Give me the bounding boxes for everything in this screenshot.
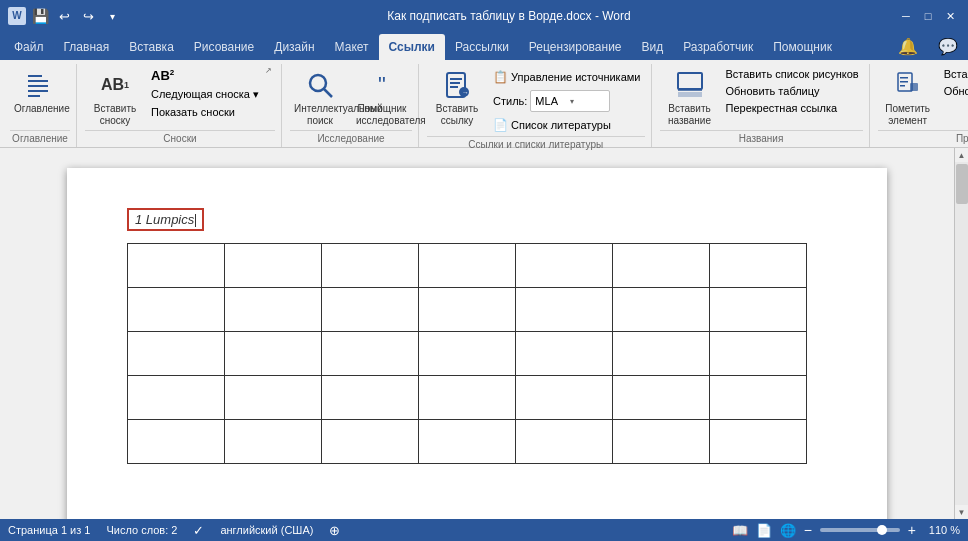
table-cell[interactable] <box>419 288 516 332</box>
style-dropdown[interactable]: MLA ▾ <box>530 90 610 112</box>
table-cell[interactable] <box>128 244 225 288</box>
ribbon-group-research: Интеллектуальный поиск " Помощник исслед… <box>284 64 419 147</box>
zoom-level[interactable]: 110 % <box>924 524 960 536</box>
insert-endnote-button[interactable]: AB2 <box>147 66 263 85</box>
insert-footnote-button[interactable]: AB1 Вставить сноску <box>85 66 145 130</box>
group-research-label: Исследование <box>290 130 412 147</box>
redo-button[interactable]: ↪ <box>78 6 98 26</box>
web-layout-icon[interactable]: 🌐 <box>780 523 796 538</box>
mark-entry-button[interactable]: Пометить элемент <box>878 66 938 130</box>
scroll-up-button[interactable]: ▲ <box>955 148 969 162</box>
minimize-button[interactable]: ─ <box>896 6 916 26</box>
show-notes-button[interactable]: Показать сноски <box>147 104 263 120</box>
table-cell[interactable] <box>613 244 710 288</box>
comments-button[interactable]: 💬 <box>928 34 968 60</box>
table-cell[interactable] <box>225 376 322 420</box>
tab-mailings[interactable]: Рассылки <box>445 34 519 60</box>
tab-draw[interactable]: Рисование <box>184 34 264 60</box>
tab-insert[interactable]: Вставка <box>119 34 184 60</box>
table-cell[interactable] <box>419 244 516 288</box>
table-cell[interactable] <box>128 332 225 376</box>
scroll-track[interactable] <box>955 162 968 505</box>
tab-references[interactable]: Ссылки <box>379 34 445 60</box>
smart-lookup-button[interactable]: Интеллектуальный поиск <box>290 66 350 130</box>
table-cell[interactable] <box>225 288 322 332</box>
svg-point-5 <box>310 75 326 91</box>
tab-developer[interactable]: Разработчик <box>673 34 763 60</box>
table-cell[interactable] <box>225 420 322 464</box>
tab-review[interactable]: Рецензирование <box>519 34 632 60</box>
group-captions-label: Названия <box>660 130 863 147</box>
table-cell[interactable] <box>613 376 710 420</box>
insert-citation-button[interactable]: → Вставить ссылку <box>427 66 487 130</box>
manage-sources-label: Управление источниками <box>511 71 640 83</box>
language-label[interactable]: английский (США) <box>220 524 313 536</box>
read-mode-icon[interactable]: 📖 <box>732 523 748 538</box>
undo-button[interactable]: ↩ <box>54 6 74 26</box>
update-table-button[interactable]: Обновить таблицу <box>722 83 863 99</box>
document-canvas[interactable]: 1 Lumpics <box>0 148 954 519</box>
insert-caption-button[interactable]: Вставить название <box>660 66 720 130</box>
table-cell[interactable] <box>710 420 807 464</box>
save-button[interactable]: 💾 <box>30 6 50 26</box>
table-cell[interactable] <box>710 376 807 420</box>
table-cell[interactable] <box>225 332 322 376</box>
title-bar-left: W 💾 ↩ ↪ ▾ <box>8 6 122 26</box>
scroll-thumb[interactable] <box>956 164 968 204</box>
tab-home[interactable]: Главная <box>54 34 120 60</box>
table-cell[interactable] <box>322 244 419 288</box>
update-index-button[interactable]: Обновить указатель <box>940 83 968 99</box>
table-cell[interactable] <box>613 288 710 332</box>
scroll-down-button[interactable]: ▼ <box>955 505 969 519</box>
bibliography-button[interactable]: 📄 Список литературы <box>489 116 644 134</box>
spell-check-icon[interactable]: ✓ <box>193 523 204 538</box>
toc-button[interactable]: Оглавление <box>10 66 70 118</box>
table-cell[interactable] <box>419 420 516 464</box>
close-button[interactable]: ✕ <box>940 6 960 26</box>
print-layout-icon[interactable]: 📄 <box>756 523 772 538</box>
table-cell[interactable] <box>710 288 807 332</box>
table-cell[interactable] <box>128 288 225 332</box>
tab-view[interactable]: Вид <box>632 34 674 60</box>
vertical-scrollbar[interactable]: ▲ ▼ <box>954 148 968 519</box>
table-cell[interactable] <box>322 288 419 332</box>
table-cell[interactable] <box>613 332 710 376</box>
table-cell[interactable] <box>516 332 613 376</box>
insert-table-of-figures-button[interactable]: Вставить список рисунков <box>722 66 863 82</box>
table-cell[interactable] <box>710 244 807 288</box>
table-cell[interactable] <box>128 376 225 420</box>
table-cell[interactable] <box>322 376 419 420</box>
table-cell[interactable] <box>516 288 613 332</box>
next-footnote-button[interactable]: Следующая сноска ▾ <box>147 86 263 103</box>
table-cell[interactable] <box>613 420 710 464</box>
zoom-out-button[interactable]: − <box>804 522 812 538</box>
text-cursor <box>195 214 196 227</box>
table-cell[interactable] <box>322 332 419 376</box>
table-cell[interactable] <box>322 420 419 464</box>
restore-button[interactable]: □ <box>918 6 938 26</box>
tab-design[interactable]: Дизайн <box>264 34 324 60</box>
zoom-slider[interactable] <box>820 528 900 532</box>
customize-qat-button[interactable]: ▾ <box>102 6 122 26</box>
footnotes-expand-icon[interactable]: ↗ <box>265 66 272 75</box>
table-cell[interactable] <box>419 332 516 376</box>
share-button[interactable]: 🔔 <box>888 34 928 60</box>
ribbon-group-footnotes: AB1 Вставить сноску AB2 Следующая сноска… <box>79 64 282 147</box>
tab-file[interactable]: Файл <box>4 34 54 60</box>
table-cell[interactable] <box>128 420 225 464</box>
table-cell[interactable] <box>225 244 322 288</box>
table-cell[interactable] <box>516 376 613 420</box>
tab-layout[interactable]: Макет <box>325 34 379 60</box>
zoom-in-button[interactable]: + <box>908 522 916 538</box>
svg-rect-1 <box>28 80 48 82</box>
table-cell[interactable] <box>419 376 516 420</box>
table-cell[interactable] <box>516 420 613 464</box>
table-cell[interactable] <box>710 332 807 376</box>
manage-sources-button[interactable]: 📋 Управление источниками <box>489 68 644 86</box>
insert-index-button[interactable]: Вставить предметный указатель <box>940 66 968 82</box>
tab-help[interactable]: Помощник <box>763 34 842 60</box>
researcher-button[interactable]: " Помощник исследователя <box>352 66 412 130</box>
table-cell[interactable] <box>516 244 613 288</box>
accessibility-icon[interactable]: ⊕ <box>329 523 340 538</box>
cross-reference-button[interactable]: Перекрестная ссылка <box>722 100 863 116</box>
